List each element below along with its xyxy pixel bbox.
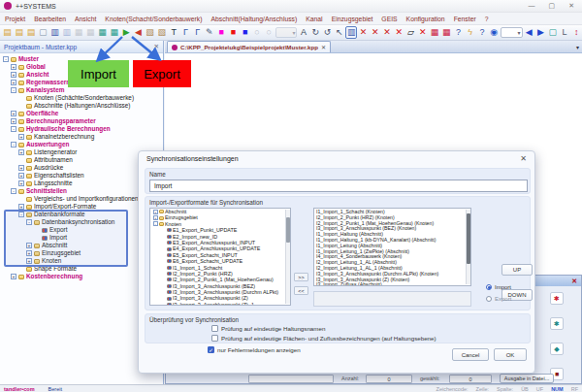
check-haltungsnamen-row[interactable]: Prüfung auf eindeutige Haltungsnamen: [211, 325, 325, 332]
menu-item-kanal[interactable]: Kanal: [306, 16, 322, 22]
profile-tool-icon[interactable]: Γ: [180, 26, 191, 39]
text-tool-icon[interactable]: T: [169, 26, 179, 39]
zoom-out-icon[interactable]: ○: [264, 26, 275, 39]
export-icon[interactable]: ◀: [133, 26, 144, 39]
menu-item-einzugsgebiet[interactable]: Einzugsgebiet: [332, 16, 373, 22]
print-layout-icon[interactable]: ▦: [97, 26, 108, 39]
ok-button[interactable]: OK: [494, 348, 527, 361]
profile-tool2-icon[interactable]: Γ: [192, 26, 203, 39]
errors-only-row[interactable]: ✓ nur Fehlermeldungen anzeigen: [208, 346, 301, 353]
collapse-icon[interactable]: -: [153, 221, 158, 226]
color-blue-swatch[interactable]: ■: [240, 26, 250, 39]
water-drop-icon[interactable]: ◉: [489, 26, 500, 39]
collapse-icon[interactable]: -: [11, 188, 16, 194]
open-project-icon[interactable]: ▤: [2, 26, 13, 39]
import-radio[interactable]: [486, 284, 492, 290]
delete-selection-icon[interactable]: ✕: [417, 26, 428, 39]
expand-icon[interactable]: +: [26, 243, 32, 248]
collapse-icon[interactable]: -: [3, 56, 9, 62]
rotate-cw-icon[interactable]: ↻: [310, 26, 321, 39]
grid-red-blue-icon[interactable]: ▦: [429, 26, 439, 39]
right-list-scrollbar[interactable]: [466, 210, 470, 284]
help-pick-icon[interactable]: ?: [476, 26, 487, 39]
collapse-icon[interactable]: -: [11, 126, 16, 132]
maximize-button[interactable]: ▢: [549, 2, 556, 10]
tree-item-hydraulische-berechnungen[interactable]: -Hydraulische Berechnungen: [0, 125, 163, 133]
color-red-swatch[interactable]: ■: [228, 26, 239, 39]
tree-item-abschnitte-haltungen-anschlüsse[interactable]: Abschnitte (Haltungen/Anschlüsse): [0, 102, 163, 110]
check-haltungsnamen-checkbox[interactable]: [211, 325, 218, 332]
zoom-in-icon[interactable]: ○: [251, 26, 262, 39]
dialog-close-icon[interactable]: ✕: [520, 154, 527, 163]
node-split-icon[interactable]: ✕: [381, 26, 392, 39]
font-icon[interactable]: A: [298, 26, 308, 39]
save-icon[interactable]: ▥: [49, 26, 60, 39]
minimize-button[interactable]: —: [529, 2, 535, 10]
form-edit-icon[interactable]: ✎: [204, 26, 214, 39]
errors-only-checkbox[interactable]: ✓: [208, 346, 214, 353]
paste-icon[interactable]: ▧: [145, 26, 155, 39]
expand-icon[interactable]: +: [18, 180, 24, 186]
expand-icon[interactable]: +: [11, 274, 16, 279]
menu-item-geis[interactable]: GEIS: [381, 16, 397, 22]
collapse-icon[interactable]: -: [11, 87, 16, 93]
flash-icon[interactable]: ϟ: [465, 26, 475, 39]
tree-item-oberfläche[interactable]: +Oberfläche: [0, 110, 163, 117]
available-formats-tree[interactable]: +Abschnitt+Einzugsgebiet-KnotenE1_Export…: [149, 208, 291, 306]
pick-icon[interactable]: ↖: [334, 26, 344, 39]
document-tab-close-icon[interactable]: ✕: [321, 44, 326, 50]
expand-icon[interactable]: +: [11, 64, 16, 70]
import-icon[interactable]: ▶: [121, 26, 132, 39]
remove-format-button[interactable]: <<: [294, 286, 308, 295]
output-to-file-button[interactable]: Ausgabe in Datei...: [500, 374, 554, 383]
rotate-ccw-icon[interactable]: ↺: [322, 26, 333, 39]
tab-list-chevron-icon[interactable]: ▾: [576, 44, 579, 50]
node-merge-icon[interactable]: ✕: [370, 26, 380, 39]
expand-icon[interactable]: +: [11, 111, 16, 116]
collapse-icon[interactable]: -: [26, 219, 32, 225]
table-view-icon[interactable]: ▥: [345, 26, 356, 39]
selected-formats-list[interactable]: I1_Import_1_Schacht (Knoten)I2_Import_2_…: [313, 208, 471, 286]
dock-pick-icon[interactable]: ◆: [550, 343, 564, 355]
expand-icon[interactable]: +: [26, 250, 32, 256]
open-file-icon[interactable]: ▤: [14, 26, 24, 39]
menu-item-ansicht[interactable]: Ansicht: [75, 16, 96, 22]
print-setup-icon[interactable]: ▦: [109, 26, 119, 39]
polygon-icon[interactable]: ▱: [405, 26, 416, 39]
open-copy-icon[interactable]: ▤: [26, 26, 37, 39]
expand-icon[interactable]: +: [18, 149, 24, 155]
nav-back-icon[interactable]: ◀: [524, 26, 534, 39]
nav-forward-icon[interactable]: ▶: [535, 26, 546, 39]
what-is-icon[interactable]: ?: [453, 26, 464, 39]
menu-item-konfiguration[interactable]: Konfiguration: [406, 16, 445, 22]
tree-item-kanalnetzberechnung[interactable]: +Kanalnetzberechnung: [0, 133, 163, 141]
export-radio[interactable]: [486, 296, 492, 302]
radio-export-row[interactable]: Export: [486, 296, 511, 302]
layer-dropdown[interactable]: ▾: [501, 27, 523, 38]
expand-icon[interactable]: +: [153, 210, 158, 214]
zoom-level-dropdown[interactable]: ▾: [275, 27, 298, 38]
dock-filter-icon[interactable]: ✱: [550, 292, 564, 305]
collapse-icon[interactable]: -: [11, 142, 16, 147]
expand-icon[interactable]: +: [26, 258, 32, 264]
tree-item-auswertungen[interactable]: -Auswertungen: [0, 141, 163, 148]
expand-icon[interactable]: +: [11, 80, 16, 85]
node-delete-icon[interactable]: ✕: [358, 26, 369, 39]
dock-refresh-icon[interactable]: ✱: [550, 317, 564, 330]
menu-item-fenster[interactable]: Fenster: [454, 16, 476, 22]
tree-item-kanalsystem[interactable]: -Kanalsystem: [0, 86, 163, 94]
expand-icon[interactable]: +: [11, 72, 16, 78]
menu-item-item[interactable]: ?: [485, 16, 489, 22]
print-icon[interactable]: ▦: [74, 26, 84, 39]
ref-points-icon[interactable]: ↕: [571, 26, 582, 39]
format-list-item[interactable]: I3_Import_Zufluss (Abschnitt): [316, 282, 470, 286]
tree-item-knoten-schächte-sonderbauwerke[interactable]: Knoten (Schächte/Sonderbauwerke): [0, 94, 163, 102]
grid-red-icon[interactable]: ▦: [441, 26, 452, 39]
menu-item-projekt[interactable]: Projekt: [5, 16, 25, 22]
cancel-button[interactable]: Cancel: [452, 348, 489, 361]
save-all-icon[interactable]: ▥: [61, 26, 72, 39]
expand-icon[interactable]: +: [18, 204, 24, 210]
tree-item-i3-import-3-anschlusspunkt-z-1[interactable]: I3_Import_3_Anschlusspunkt (Z)_1: [150, 302, 290, 306]
expand-icon[interactable]: +: [18, 165, 24, 171]
document-tab[interactable]: C:\KPP_Projekte\ukg\Beispielprojekt\Must…: [167, 41, 331, 52]
